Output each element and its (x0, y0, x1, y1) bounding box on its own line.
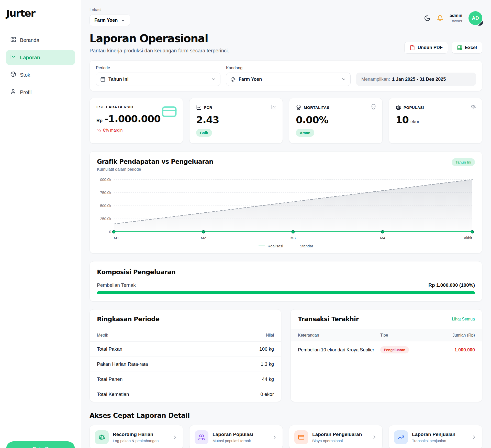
chart-subtitle: Kumulatif dalam periode (97, 167, 213, 172)
location-value: Farm Yoen (94, 18, 118, 23)
export-excel-button[interactable]: Excel (452, 42, 482, 54)
grid-icon (10, 37, 16, 44)
periode-value: Tahun Ini (108, 77, 208, 82)
scale-icon (95, 430, 109, 444)
chart-title: Grafik Pendapatan vs Pengeluaran (97, 158, 213, 165)
notifications-button[interactable] (437, 15, 443, 21)
quick-card-recording-harian[interactable]: Recording Harian Log pakan & penimbangan (90, 425, 183, 448)
svg-text:M2: M2 (201, 236, 206, 240)
user-meta: admin owner (450, 13, 462, 24)
quick-card-laporan-pengeluaran[interactable]: Laporan Pengeluaran Biaya operasional (289, 425, 383, 448)
svg-text:500.0k: 500.0k (100, 204, 111, 208)
column-header: Jumlah (Rp) (429, 333, 475, 338)
page-subtitle: Pantau kinerja produksi dan keuangan far… (90, 48, 229, 54)
metric-value: 44 kg (262, 376, 274, 382)
periode-filter-group: Periode Tahun Ini (96, 66, 220, 86)
download-pdf-button[interactable]: Unduh PDF (404, 42, 448, 54)
table-row: Total Pakan 106 kg (90, 342, 281, 357)
svg-text:M3: M3 (291, 236, 296, 240)
dark-mode-toggle[interactable] (424, 15, 431, 21)
plus-icon (24, 446, 30, 448)
legend-label: Standar (300, 244, 313, 248)
table-row: Total Panen 44 kg (90, 372, 281, 387)
stat-label: POPULASI (404, 105, 424, 110)
status-badge: Aman (296, 129, 314, 137)
chart-legend: Realisasi Standar (97, 244, 475, 248)
moon-icon (424, 15, 431, 21)
sidebar-item-label: Beranda (20, 37, 39, 43)
export-excel-label: Excel (465, 45, 477, 50)
trending-up-icon (394, 430, 408, 444)
metric-value: 106 kg (259, 346, 274, 352)
column-header: Keterangan (298, 333, 380, 338)
legend-item-standar: Standar (291, 244, 313, 248)
svg-text:000.0k: 000.0k (100, 178, 111, 182)
quick-card-text: Recording Harian Log pakan & penimbangan (113, 431, 159, 444)
komposisi-title: Komposisi Pengeluaran (97, 269, 475, 276)
transaksi-title: Transaksi Terakhir (298, 316, 359, 323)
avatar[interactable]: AD (468, 11, 482, 25)
ringkasan-title: Ringkasan Periode (97, 316, 159, 323)
user-role: owner (450, 18, 462, 24)
sidebar-item-beranda[interactable]: Beranda (6, 33, 75, 48)
stat-card-fcr: FCR 2.43 Baik (189, 98, 283, 144)
stat-value: 0.00% (296, 114, 328, 125)
stat-label: MORTALITAS (304, 105, 329, 110)
stat-value: 2.43 (196, 114, 219, 125)
user-icon (10, 89, 16, 96)
stat-card-laba-bersih: EST. LABA BERSIH Rp -1.000.000 0% margin (90, 98, 183, 144)
stat-value: 10 (396, 114, 409, 125)
chart-card: Grafik Pendapatan vs Pengeluaran Kumulat… (90, 151, 482, 254)
currency-prefix: Rp (96, 118, 103, 123)
download-pdf-label: Unduh PDF (418, 45, 443, 50)
location-block: Lokasi Farm Yoen (90, 8, 130, 26)
komposisi-card: Komposisi Pengeluaran Pembelian Ternak R… (90, 261, 482, 302)
metric-name: Total Pakan (97, 346, 122, 352)
new-data-button[interactable]: Data Baru (6, 441, 75, 448)
sidebar-item-laporan[interactable]: Laporan (6, 50, 75, 65)
stat-card-mortalitas: MORTALITAS 0.00% Aman (289, 98, 383, 144)
table-row: Pembelian 10 ekor dari Kroya Suplier Pen… (291, 341, 482, 358)
quick-access-grid: Recording Harian Log pakan & penimbangan… (90, 425, 482, 448)
topbar: Lokasi Farm Yoen admin owner AD (90, 8, 482, 26)
pdf-file-icon (410, 45, 415, 50)
sidebar-item-label: Laporan (20, 55, 40, 61)
metric-value: 0 ekor (260, 392, 274, 397)
line-chart-icon (196, 105, 202, 110)
filter-bar: Periode Tahun Ini Kandang Farm Yoen Mena… (90, 60, 482, 91)
transaction-type-badge: Pengeluaran (380, 346, 409, 353)
periode-label: Periode (96, 66, 220, 70)
sidebar-item-stok[interactable]: Stok (6, 67, 75, 82)
skull-icon (296, 105, 301, 110)
transaksi-table-header: Keterangan Tipe Jumlah (Rp) (291, 329, 482, 341)
quick-card-laporan-populasi[interactable]: Laporan Populasi Mutasi populasi ternak (189, 425, 283, 448)
stat-label: FCR (204, 105, 212, 110)
status-badge: Baik (196, 129, 212, 137)
kandang-filter-group: Kandang Farm Yoen (226, 66, 351, 86)
sidebar-item-label: Profil (20, 89, 32, 95)
stat-label: EST. LABA BERSIH (96, 105, 133, 109)
location-selector[interactable]: Farm Yoen (90, 15, 130, 26)
scale-icon (396, 105, 401, 110)
lihat-semua-link[interactable]: Lihat Semua (452, 317, 475, 321)
showing-range: Menampilkan: 1 Jan 2025 - 31 Des 2025 (356, 73, 476, 86)
quick-card-laporan-penjualan[interactable]: Laporan Penjualan Transaksi penjualan (389, 425, 482, 448)
chevron-down-icon (341, 77, 346, 82)
main-content: Lokasi Farm Yoen admin owner AD Lap (81, 0, 491, 448)
komposisi-progress-fill (97, 291, 475, 294)
margin-note-text: 0% margin (103, 128, 122, 133)
stat-value: -1.000.000 (104, 113, 161, 124)
kandang-select[interactable]: Farm Yoen (226, 73, 351, 86)
header-actions: Unduh PDF Excel (404, 42, 482, 54)
column-header: Nilai (266, 333, 274, 338)
quick-card-text: Laporan Pengeluaran Biaya operasional (312, 431, 362, 444)
calendar-icon (100, 77, 105, 82)
package-icon (10, 71, 16, 78)
column-header: Metrik (97, 333, 108, 338)
chevron-right-icon (372, 434, 377, 440)
quick-card-subtitle: Transaksi penjualan (412, 439, 455, 443)
chevron-right-icon (272, 434, 277, 440)
periode-select[interactable]: Tahun Ini (96, 73, 220, 86)
sidebar-item-profil[interactable]: Profil (6, 85, 75, 100)
quick-card-title: Recording Harian (113, 431, 159, 438)
